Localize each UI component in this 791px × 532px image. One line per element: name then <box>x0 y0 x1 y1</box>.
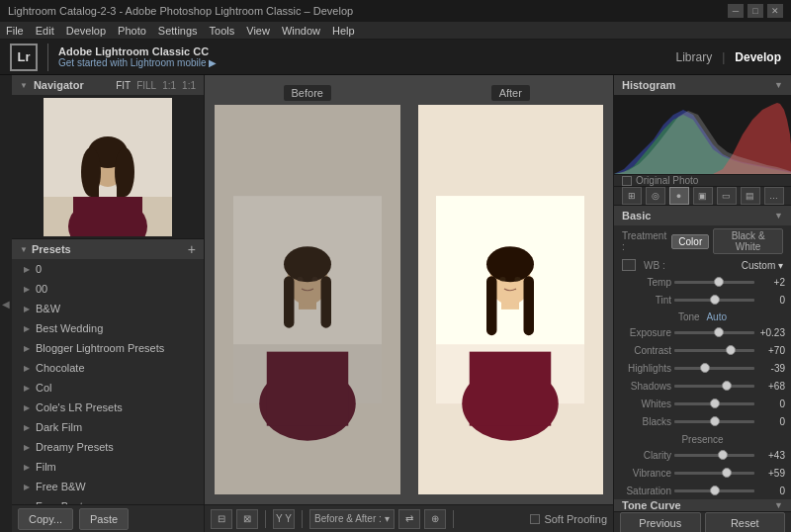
topbar: Lr Adobe Lightroom Classic CC Get starte… <box>0 40 791 75</box>
preset-item[interactable]: ▶Film <box>12 457 204 477</box>
svg-rect-9 <box>117 157 125 197</box>
blacks-slider-track[interactable] <box>674 420 754 423</box>
nav-photo-svg <box>44 98 172 236</box>
clarity-slider-thumb[interactable] <box>718 450 728 460</box>
after-photo-frame <box>418 105 604 494</box>
copy-settings-button[interactable]: ⊕ <box>424 509 446 529</box>
whites-slider-thumb[interactable] <box>710 399 720 408</box>
preset-item[interactable]: ▶Cole's LR Presets <box>12 398 204 417</box>
shadows-slider-thumb[interactable] <box>722 381 732 391</box>
adobe-subtitle[interactable]: Get started with Lightroom mobile ▶ <box>58 57 217 68</box>
menu-window[interactable]: Window <box>282 25 320 37</box>
temp-slider-track[interactable] <box>674 281 754 284</box>
wb-eyedropper-icon[interactable] <box>622 259 636 271</box>
develop-module[interactable]: Develop <box>735 50 781 64</box>
menu-view[interactable]: View <box>246 25 270 37</box>
close-button[interactable]: ✕ <box>767 4 783 18</box>
tint-slider-track[interactable] <box>674 299 754 302</box>
preset-triangle-icon: ▶ <box>24 265 30 274</box>
highlights-label: Highlights <box>620 363 671 374</box>
saturation-slider-track[interactable] <box>674 489 754 492</box>
original-photo-checkbox[interactable] <box>622 176 632 186</box>
copy-button[interactable]: Copy... <box>18 508 73 530</box>
vibrance-slider-track[interactable] <box>674 472 754 475</box>
preset-item[interactable]: ▶B&W <box>12 299 204 318</box>
zoom-custom[interactable]: 1:1 <box>182 80 196 91</box>
soft-proof-label: Soft Proofing <box>544 513 607 525</box>
highlights-slider-thumb[interactable] <box>700 363 710 373</box>
zoom-fit[interactable]: FIT <box>116 80 131 91</box>
color-treatment-button[interactable]: Color <box>671 234 709 249</box>
window-controls[interactable]: ─ □ ✕ <box>728 4 783 18</box>
left-panel: ▼ Navigator FIT FILL 1:1 1:1 <box>12 75 205 532</box>
tint-slider-thumb[interactable] <box>710 295 720 305</box>
preset-item[interactable]: ▶Dark Film <box>12 417 204 437</box>
preset-item[interactable]: ▶Dreamy Presets <box>12 437 204 457</box>
original-photo-toggle[interactable]: Original Photo <box>614 175 791 187</box>
radial-filter-tool[interactable]: ▭ <box>717 187 737 205</box>
more-tools-button[interactable]: … <box>764 187 784 205</box>
shadows-slider-row: Shadows +68 <box>614 377 791 395</box>
shadows-slider-track[interactable] <box>674 385 754 388</box>
soft-proof-checkbox[interactable] <box>530 514 540 524</box>
tone-curve-panel[interactable]: Tone Curve ▼ <box>614 499 791 511</box>
contrast-slider-thumb[interactable] <box>726 345 736 355</box>
left-panel-collapse[interactable]: ◀ <box>0 75 12 532</box>
view-mode-2-button[interactable]: ⊠ <box>236 509 258 529</box>
add-preset-button[interactable]: + <box>188 241 196 257</box>
gradient-filter-tool[interactable]: ▣ <box>693 187 713 205</box>
reset-button[interactable]: Reset <box>705 512 786 532</box>
exposure-slider-track[interactable] <box>674 331 754 334</box>
clarity-slider-track[interactable] <box>674 454 754 457</box>
maximize-button[interactable]: □ <box>747 4 763 18</box>
contrast-slider-track[interactable] <box>674 349 754 352</box>
yx-button[interactable]: Y Y <box>273 509 295 529</box>
vibrance-slider-thumb[interactable] <box>722 468 732 478</box>
presets-panel: ▼ Presets + ▶0▶00▶B&W▶Best Wedding▶Blogg… <box>12 239 204 504</box>
preset-item[interactable]: ▶Col <box>12 378 204 398</box>
zoom-fill[interactable]: FILL <box>136 80 156 91</box>
library-module[interactable]: Library <box>676 50 713 64</box>
adjustment-brush-tool[interactable]: ▤ <box>741 187 760 205</box>
preset-item[interactable]: ▶Chocolate <box>12 358 204 378</box>
navigator-header[interactable]: ▼ Navigator FIT FILL 1:1 1:1 <box>12 75 204 95</box>
view-mode-1-button[interactable]: ⊟ <box>211 509 232 529</box>
bw-treatment-button[interactable]: Black & White <box>713 228 783 254</box>
menu-develop[interactable]: Develop <box>66 25 106 37</box>
menu-edit[interactable]: Edit <box>36 25 54 37</box>
preset-item[interactable]: ▶Best Wedding <box>12 318 204 338</box>
whites-slider-track[interactable] <box>674 402 754 405</box>
menu-tools[interactable]: Tools <box>210 25 235 37</box>
preset-item[interactable]: ▶Free B&W <box>12 477 204 496</box>
menu-file[interactable]: File <box>6 25 24 37</box>
previous-button[interactable]: Previous <box>620 512 701 532</box>
menu-help[interactable]: Help <box>332 25 355 37</box>
soft-proofing-toggle[interactable]: Soft Proofing <box>530 513 607 525</box>
zoom-1to1[interactable]: 1:1 <box>162 80 176 91</box>
preset-item[interactable]: ▶Blogger Lightroom Presets <box>12 338 204 358</box>
auto-tone-button[interactable]: Auto <box>706 311 727 322</box>
minimize-button[interactable]: ─ <box>728 4 744 18</box>
original-photo-label: Original Photo <box>636 175 698 186</box>
blacks-slider-thumb[interactable] <box>710 416 720 426</box>
wb-value-dropdown[interactable]: Custom ▾ <box>742 260 783 271</box>
basic-header[interactable]: Basic ▼ <box>614 206 791 225</box>
redeye-tool[interactable]: ● <box>669 187 689 205</box>
presets-header[interactable]: ▼ Presets + <box>12 239 204 259</box>
preset-item[interactable]: ▶0 <box>12 259 204 279</box>
temp-slider-thumb[interactable] <box>714 277 724 287</box>
preset-item[interactable]: ▶00 <box>12 279 204 299</box>
highlights-slider-track[interactable] <box>674 367 754 370</box>
preset-item[interactable]: ▶Free Best <box>12 496 204 504</box>
menu-settings[interactable]: Settings <box>158 25 198 37</box>
saturation-slider-thumb[interactable] <box>710 486 720 495</box>
exposure-slider-thumb[interactable] <box>714 327 724 337</box>
before-after-dropdown[interactable]: Before & After : ▾ <box>309 509 395 529</box>
paste-button[interactable]: Paste <box>79 508 129 530</box>
histogram-header[interactable]: Histogram ▼ <box>614 75 791 95</box>
presence-section-label: Presence <box>614 430 791 446</box>
spot-removal-tool[interactable]: ◎ <box>646 187 665 205</box>
swap-button[interactable]: ⇄ <box>398 509 420 529</box>
crop-tool[interactable]: ⊞ <box>622 187 642 205</box>
menu-photo[interactable]: Photo <box>118 25 146 37</box>
